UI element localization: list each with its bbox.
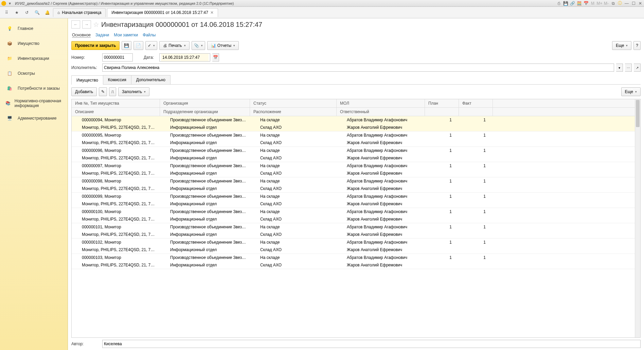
th-desc[interactable]: Описание: [72, 108, 160, 116]
print-label: Печать: [168, 43, 182, 48]
calc-icon[interactable]: 🧮: [577, 1, 582, 6]
history-icon[interactable]: ↺: [22, 8, 31, 17]
th-org[interactable]: Организация: [160, 99, 250, 107]
attach-button[interactable]: 📎▾: [192, 41, 205, 50]
table-row[interactable]: 000000096, МониторПроизводственное объед…: [72, 147, 640, 162]
th-fact[interactable]: Факт: [459, 99, 493, 107]
back-button[interactable]: ←: [71, 20, 80, 29]
tab-extra[interactable]: Дополнительно: [131, 75, 171, 84]
sidebar-item-main[interactable]: 💡 Главное: [0, 21, 68, 36]
th-resp[interactable]: Ответственный: [337, 108, 425, 116]
tab-close-icon[interactable]: ✕: [210, 10, 214, 15]
table-cell: Производственное объединение Звезда: [160, 208, 250, 215]
table-row[interactable]: 000000101, МониторПроизводственное объед…: [72, 223, 640, 239]
th-inv[interactable]: Инв №, Тип имущества: [72, 99, 160, 107]
th-mol[interactable]: МОЛ: [337, 99, 425, 107]
table-row[interactable]: 000000103, МониторПроизводственное объед…: [72, 254, 640, 269]
subnav-tasks[interactable]: Задачи: [95, 33, 109, 38]
subnav-notes[interactable]: Мои заметки: [114, 33, 138, 38]
m-minus-icon[interactable]: M-: [604, 1, 609, 6]
performer-label: Исполнитель:: [71, 65, 100, 70]
help-button[interactable]: ?: [633, 41, 641, 50]
maximize-icon[interactable]: ☐: [631, 1, 636, 6]
th-dept[interactable]: Подразделение организации: [160, 108, 250, 116]
table-row[interactable]: 000000102, МониторПроизводственное объед…: [72, 239, 640, 254]
tab-home[interactable]: ⌂ Начальная страница: [53, 8, 106, 17]
forward-button[interactable]: →: [82, 20, 91, 29]
table-cell: Склад АХО: [250, 261, 337, 269]
more-button[interactable]: Еще▾: [612, 41, 631, 50]
sidebar-item-inventory[interactable]: 📁 Инвентаризации: [0, 51, 68, 66]
th-loc[interactable]: Расположение: [250, 108, 337, 116]
add-button[interactable]: Добавить: [71, 87, 97, 96]
table-row[interactable]: 000000100, МониторПроизводственное объед…: [72, 208, 640, 223]
table-cell: Производственное объединение Звезда: [160, 239, 250, 246]
th-status[interactable]: Статус: [250, 99, 337, 107]
window-icon[interactable]: ⧉: [611, 1, 615, 6]
subnav-files[interactable]: Файлы: [143, 33, 156, 38]
table-cell: 000000102, Монитор: [72, 239, 160, 246]
table-row[interactable]: 000000095, МониторПроизводственное объед…: [72, 132, 640, 147]
table-cell: Абратов Владимир Агафонович: [337, 239, 425, 246]
table-cell: На складе: [250, 239, 337, 246]
number-label: Номер:: [71, 55, 100, 60]
performer-open-icon[interactable]: ⋯: [625, 64, 632, 72]
close-icon[interactable]: ✕: [638, 1, 643, 6]
post-close-button[interactable]: Провести и закрыть: [71, 41, 120, 50]
table-scrollbar[interactable]: [635, 99, 640, 337]
calendar-icon[interactable]: 📅: [584, 1, 588, 6]
sidebar-item-inspections[interactable]: 📋 Осмотры: [0, 66, 68, 81]
print-button[interactable]: 🖨 Печать▾: [159, 41, 189, 50]
post-button[interactable]: 📄: [133, 41, 143, 50]
sidebar-item-orders[interactable]: 🛍️ Потребности и заказы: [0, 81, 68, 96]
favorite-star-icon[interactable]: ☆: [93, 20, 99, 29]
link-icon[interactable]: 🔗: [570, 1, 575, 6]
scrollbar-thumb[interactable]: [636, 100, 640, 127]
tab-commission[interactable]: Комиссия: [103, 75, 131, 84]
mark-button[interactable]: ✓▾: [145, 41, 157, 50]
m-plus-icon[interactable]: M+: [597, 1, 602, 6]
table-body[interactable]: 000000094, МониторПроизводственное объед…: [72, 116, 640, 337]
table-row[interactable]: 000000099, МониторПроизводственное объед…: [72, 193, 640, 208]
favorite-icon[interactable]: ★: [12, 8, 21, 17]
info-icon[interactable]: ⓘ: [618, 1, 622, 6]
performer-select-icon[interactable]: ▾: [616, 64, 623, 72]
table-cell: 000000100, Монитор: [72, 208, 160, 215]
table-row[interactable]: 000000094, МониторПроизводственное объед…: [72, 116, 640, 132]
table-cell: Информационный отдел: [160, 124, 250, 131]
main-area: ← → ☆ Инвентаризация 000000001 от 14.06.…: [68, 18, 644, 350]
bell-icon[interactable]: 🔔: [43, 8, 52, 17]
reports-button[interactable]: 📊 Отчеты▾: [207, 41, 239, 50]
fill-button[interactable]: Заполнить▾: [118, 87, 149, 96]
table-row[interactable]: 000000098, МониторПроизводственное объед…: [72, 177, 640, 193]
edit-button[interactable]: ✎: [99, 87, 107, 96]
m-icon[interactable]: M: [590, 1, 595, 6]
apps-icon[interactable]: ⠿: [2, 8, 11, 17]
table-cell: Информационный отдел: [160, 139, 250, 146]
table-row[interactable]: 000000097, МониторПроизводственное объед…: [72, 162, 640, 177]
sidebar-item-reference[interactable]: 📚 Нормативно-справочная информация: [0, 96, 68, 111]
tab-current[interactable]: Инвентаризация 000000001 от 14.06.2018 1…: [107, 8, 218, 17]
minimize-icon[interactable]: —: [624, 1, 629, 6]
calendar-picker-icon[interactable]: 📅: [212, 53, 219, 62]
search-icon[interactable]: 🔍: [33, 8, 41, 17]
tab-assets[interactable]: Имущество: [71, 75, 103, 85]
sidebar-item-admin[interactable]: 🖥️ Администрирование: [0, 111, 68, 126]
save-icon[interactable]: 💾: [563, 1, 568, 6]
performer-input[interactable]: [102, 64, 614, 72]
performer-show-icon[interactable]: ↗: [634, 64, 641, 72]
table-cell: 000000103, Монитор: [72, 254, 160, 261]
subnav-main[interactable]: Основное: [72, 33, 91, 38]
table-cell: Склад АХО: [250, 139, 337, 146]
date-input[interactable]: [161, 54, 209, 61]
print-icon[interactable]: ⎙: [556, 1, 561, 6]
barcode-button[interactable]: ⎍: [109, 87, 116, 96]
dropdown-icon[interactable]: ▾: [7, 1, 12, 6]
table-more-button[interactable]: Еще▾: [621, 87, 641, 96]
table-cell: 000000094, Монитор: [72, 116, 160, 124]
sidebar-item-assets[interactable]: 📦 Имущество: [0, 36, 68, 51]
th-plan[interactable]: План: [425, 99, 459, 107]
author-input[interactable]: [102, 340, 641, 348]
number-input[interactable]: [102, 53, 133, 62]
save-button[interactable]: 💾: [122, 41, 131, 50]
